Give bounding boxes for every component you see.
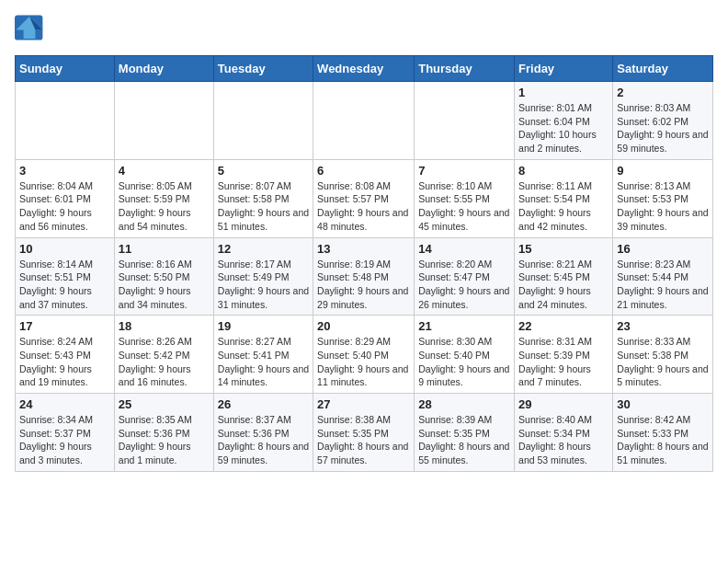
- calendar-cell: 14Sunrise: 8:20 AM Sunset: 5:47 PM Dayli…: [415, 237, 515, 316]
- day-info: Sunrise: 8:24 AM Sunset: 5:43 PM Dayligh…: [19, 335, 110, 389]
- calendar-cell: 20Sunrise: 8:29 AM Sunset: 5:40 PM Dayli…: [313, 316, 415, 394]
- calendar-cell: 6Sunrise: 8:08 AM Sunset: 5:57 PM Daylig…: [313, 159, 415, 237]
- calendar-cell: 27Sunrise: 8:38 AM Sunset: 5:35 PM Dayli…: [313, 394, 415, 472]
- day-number: 20: [317, 319, 410, 333]
- calendar-cell: 23Sunrise: 8:33 AM Sunset: 5:38 PM Dayli…: [613, 316, 713, 394]
- calendar-cell: 7Sunrise: 8:10 AM Sunset: 5:55 PM Daylig…: [415, 159, 515, 237]
- day-info: Sunrise: 8:21 AM Sunset: 5:45 PM Dayligh…: [518, 258, 609, 312]
- day-info: Sunrise: 8:38 AM Sunset: 5:35 PM Dayligh…: [317, 413, 410, 467]
- calendar-cell: 12Sunrise: 8:17 AM Sunset: 5:49 PM Dayli…: [213, 237, 313, 316]
- weekday-header-tuesday: Tuesday: [213, 56, 313, 82]
- day-info: Sunrise: 8:27 AM Sunset: 5:41 PM Dayligh…: [218, 335, 309, 389]
- weekday-header-friday: Friday: [515, 56, 613, 82]
- day-number: 3: [19, 164, 110, 178]
- calendar-cell: 3Sunrise: 8:04 AM Sunset: 6:01 PM Daylig…: [16, 159, 115, 237]
- calendar-cell: 17Sunrise: 8:24 AM Sunset: 5:43 PM Dayli…: [16, 316, 115, 394]
- day-number: 23: [617, 319, 709, 333]
- day-info: Sunrise: 8:30 AM Sunset: 5:40 PM Dayligh…: [418, 335, 510, 389]
- day-number: 26: [218, 397, 309, 411]
- calendar-cell: 18Sunrise: 8:26 AM Sunset: 5:42 PM Dayli…: [114, 316, 213, 394]
- day-number: 12: [218, 242, 309, 256]
- day-number: 7: [418, 164, 510, 178]
- calendar-cell: 22Sunrise: 8:31 AM Sunset: 5:39 PM Dayli…: [515, 316, 613, 394]
- day-info: Sunrise: 8:37 AM Sunset: 5:36 PM Dayligh…: [218, 413, 309, 467]
- calendar-cell: 5Sunrise: 8:07 AM Sunset: 5:58 PM Daylig…: [213, 159, 313, 237]
- day-info: Sunrise: 8:16 AM Sunset: 5:50 PM Dayligh…: [119, 258, 210, 312]
- day-info: Sunrise: 8:05 AM Sunset: 5:59 PM Dayligh…: [119, 179, 210, 234]
- day-number: 5: [218, 164, 309, 178]
- day-info: Sunrise: 8:07 AM Sunset: 5:58 PM Dayligh…: [218, 179, 309, 234]
- day-number: 25: [119, 397, 210, 411]
- day-number: 9: [617, 164, 709, 178]
- day-number: 27: [317, 397, 410, 411]
- day-number: 8: [518, 164, 609, 178]
- weekday-header-sunday: Sunday: [16, 56, 115, 82]
- day-info: Sunrise: 8:08 AM Sunset: 5:57 PM Dayligh…: [317, 179, 410, 234]
- calendar-cell: 29Sunrise: 8:40 AM Sunset: 5:34 PM Dayli…: [515, 394, 613, 472]
- calendar-cell: 1Sunrise: 8:01 AM Sunset: 6:04 PM Daylig…: [515, 82, 613, 160]
- day-number: 10: [19, 242, 110, 256]
- day-number: 15: [518, 242, 609, 256]
- day-info: Sunrise: 8:03 AM Sunset: 6:02 PM Dayligh…: [617, 101, 709, 155]
- day-info: Sunrise: 8:04 AM Sunset: 6:01 PM Dayligh…: [19, 179, 110, 234]
- day-number: 13: [317, 242, 410, 256]
- day-info: Sunrise: 8:35 AM Sunset: 5:36 PM Dayligh…: [119, 413, 210, 467]
- day-info: Sunrise: 8:13 AM Sunset: 5:53 PM Dayligh…: [617, 179, 709, 234]
- day-number: 24: [19, 397, 110, 411]
- day-info: Sunrise: 8:26 AM Sunset: 5:42 PM Dayligh…: [119, 335, 210, 389]
- weekday-header-thursday: Thursday: [415, 56, 515, 82]
- day-info: Sunrise: 8:10 AM Sunset: 5:55 PM Dayligh…: [418, 179, 510, 234]
- calendar-cell: 21Sunrise: 8:30 AM Sunset: 5:40 PM Dayli…: [415, 316, 515, 394]
- calendar-cell: 4Sunrise: 8:05 AM Sunset: 5:59 PM Daylig…: [114, 159, 213, 237]
- day-number: 11: [119, 242, 210, 256]
- calendar-cell: 15Sunrise: 8:21 AM Sunset: 5:45 PM Dayli…: [515, 237, 613, 316]
- day-number: 18: [119, 319, 210, 333]
- day-info: Sunrise: 8:42 AM Sunset: 5:33 PM Dayligh…: [617, 413, 709, 467]
- calendar-cell: 28Sunrise: 8:39 AM Sunset: 5:35 PM Dayli…: [415, 394, 515, 472]
- day-info: Sunrise: 8:14 AM Sunset: 5:51 PM Dayligh…: [19, 258, 110, 312]
- day-info: Sunrise: 8:01 AM Sunset: 6:04 PM Dayligh…: [518, 101, 609, 155]
- day-number: 14: [418, 242, 510, 256]
- day-info: Sunrise: 8:39 AM Sunset: 5:35 PM Dayligh…: [418, 413, 510, 467]
- day-info: Sunrise: 8:40 AM Sunset: 5:34 PM Dayligh…: [518, 413, 609, 467]
- day-info: Sunrise: 8:33 AM Sunset: 5:38 PM Dayligh…: [617, 335, 709, 389]
- day-number: 1: [518, 86, 609, 99]
- day-number: 30: [617, 397, 709, 411]
- day-number: 29: [518, 397, 609, 411]
- calendar-cell: 19Sunrise: 8:27 AM Sunset: 5:41 PM Dayli…: [213, 316, 313, 394]
- logo: [15, 15, 48, 40]
- calendar-cell: 16Sunrise: 8:23 AM Sunset: 5:44 PM Dayli…: [613, 237, 713, 316]
- calendar-cell: 10Sunrise: 8:14 AM Sunset: 5:51 PM Dayli…: [16, 237, 115, 316]
- day-info: Sunrise: 8:34 AM Sunset: 5:37 PM Dayligh…: [19, 413, 110, 467]
- calendar-cell: [16, 82, 115, 160]
- weekday-header-wednesday: Wednesday: [313, 56, 415, 82]
- day-number: 19: [218, 319, 309, 333]
- day-info: Sunrise: 8:29 AM Sunset: 5:40 PM Dayligh…: [317, 335, 410, 389]
- calendar-cell: 26Sunrise: 8:37 AM Sunset: 5:36 PM Dayli…: [213, 394, 313, 472]
- calendar-cell: 11Sunrise: 8:16 AM Sunset: 5:50 PM Dayli…: [114, 237, 213, 316]
- calendar-cell: 2Sunrise: 8:03 AM Sunset: 6:02 PM Daylig…: [613, 82, 713, 160]
- day-info: Sunrise: 8:11 AM Sunset: 5:54 PM Dayligh…: [518, 179, 609, 234]
- calendar-table: SundayMondayTuesdayWednesdayThursdayFrid…: [15, 55, 713, 472]
- calendar-cell: 24Sunrise: 8:34 AM Sunset: 5:37 PM Dayli…: [16, 394, 115, 472]
- calendar-cell: 8Sunrise: 8:11 AM Sunset: 5:54 PM Daylig…: [515, 159, 613, 237]
- day-number: 6: [317, 164, 410, 178]
- day-info: Sunrise: 8:17 AM Sunset: 5:49 PM Dayligh…: [218, 258, 309, 312]
- day-info: Sunrise: 8:31 AM Sunset: 5:39 PM Dayligh…: [518, 335, 609, 389]
- calendar-cell: [313, 82, 415, 160]
- calendar-cell: [415, 82, 515, 160]
- day-number: 22: [518, 319, 609, 333]
- day-number: 28: [418, 397, 510, 411]
- day-number: 16: [617, 242, 709, 256]
- weekday-header-saturday: Saturday: [613, 56, 713, 82]
- calendar-cell: 25Sunrise: 8:35 AM Sunset: 5:36 PM Dayli…: [114, 394, 213, 472]
- day-info: Sunrise: 8:23 AM Sunset: 5:44 PM Dayligh…: [617, 258, 709, 312]
- day-number: 2: [617, 86, 709, 99]
- day-number: 4: [119, 164, 210, 178]
- day-info: Sunrise: 8:20 AM Sunset: 5:47 PM Dayligh…: [418, 258, 510, 312]
- day-info: Sunrise: 8:19 AM Sunset: 5:48 PM Dayligh…: [317, 258, 410, 312]
- calendar-cell: [213, 82, 313, 160]
- calendar-cell: 30Sunrise: 8:42 AM Sunset: 5:33 PM Dayli…: [613, 394, 713, 472]
- weekday-header-monday: Monday: [114, 56, 213, 82]
- day-number: 17: [19, 319, 110, 333]
